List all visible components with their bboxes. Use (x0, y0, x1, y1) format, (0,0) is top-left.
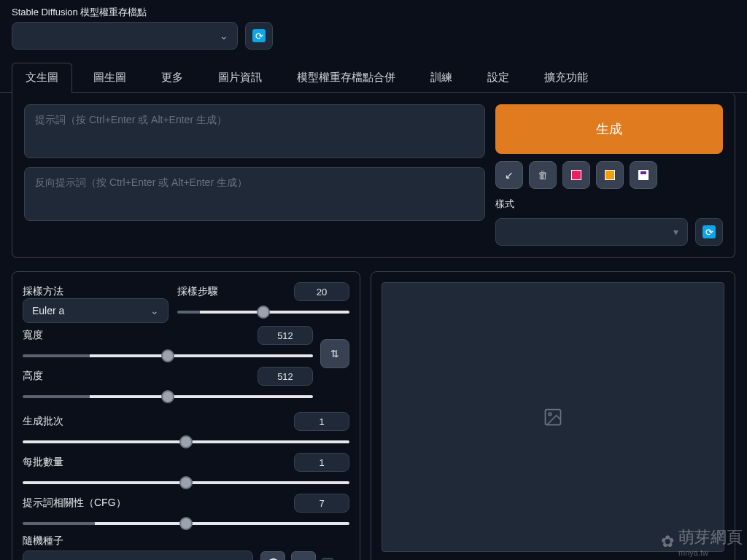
arrow-button[interactable]: ↙ (495, 161, 523, 189)
watermark-icon: ✿ (661, 532, 674, 551)
height-value[interactable]: 512 (258, 367, 313, 386)
svg-point-1 (549, 413, 551, 416)
output-card: 📁 儲存 Zip >> 圖生圖 >> 局部重 (371, 271, 735, 560)
height-label: 高度 (23, 370, 43, 383)
sampler-value: Euler a (32, 305, 64, 316)
style-label: 樣式 (495, 198, 723, 211)
txt2img-panel: 提示詞（按 Ctrl+Enter 或 Alt+Enter 生成） 反向提示詞（按… (12, 93, 735, 258)
batch-size-value[interactable]: 1 (294, 453, 349, 472)
refresh-icon: ⟳ (703, 225, 716, 238)
width-slider[interactable] (23, 354, 313, 357)
arrow-icon: ↙ (505, 169, 514, 181)
cfg-label: 提示詞相關性（CFG） (23, 497, 126, 510)
batch-size-label: 每批數量 (23, 456, 63, 469)
sampler-dropdown[interactable]: Euler a ⌄ (23, 298, 169, 323)
style-apply-button[interactable] (562, 161, 590, 189)
batch-count-label: 生成批次 (23, 415, 63, 428)
chevron-down-icon: ⌄ (150, 305, 159, 316)
main-tabs: 文生圖 圖生圖 更多 圖片資訊 模型權重存檔點合併 訓練 設定 擴充功能 (0, 63, 747, 93)
generate-button[interactable]: 生成 (495, 104, 723, 154)
height-slider[interactable] (23, 395, 313, 398)
batch-count-value[interactable]: 1 (294, 412, 349, 431)
sampler-label: 採樣方法 (23, 285, 169, 298)
image-placeholder-icon (543, 407, 563, 427)
style-dropdown[interactable]: ▾ (495, 218, 688, 246)
steps-slider[interactable] (177, 311, 349, 314)
floppy-icon (638, 170, 649, 180)
clipboard-button[interactable] (596, 161, 624, 189)
batch-count-slider[interactable] (23, 440, 349, 443)
trash-icon: 🗑 (538, 169, 548, 181)
swap-icon: ⇅ (330, 348, 339, 359)
refresh-icon: ⟳ (252, 29, 266, 42)
tab-txt2img[interactable]: 文生圖 (12, 63, 72, 92)
tab-img2img[interactable]: 圖生圖 (80, 63, 140, 92)
seed-input[interactable] (23, 551, 253, 560)
image-preview[interactable] (382, 282, 724, 552)
width-value[interactable]: 512 (258, 326, 313, 345)
prompt-input[interactable]: 提示詞（按 Ctrl+Enter 或 Alt+Enter 生成） (24, 104, 485, 158)
clear-button[interactable]: 🗑 (529, 161, 557, 189)
cfg-value[interactable]: 7 (294, 494, 349, 513)
negative-prompt-input[interactable]: 反向提示詞（按 Ctrl+Enter 或 Alt+Enter 生成） (24, 167, 485, 221)
tab-extensions[interactable]: 擴充功能 (530, 63, 602, 92)
pink-square-icon (571, 170, 581, 180)
watermark-sub: mnya.tw (678, 548, 743, 557)
checkpoint-label: Stable Diffusion 模型權重存檔點 (12, 6, 735, 19)
clipboard-icon (605, 170, 615, 180)
watermark-text: 萌芽網頁 (678, 528, 743, 546)
steps-label: 採樣步驟 (177, 285, 218, 298)
caret-down-icon: ▾ (673, 226, 678, 238)
watermark: ✿ 萌芽網頁 mnya.tw (661, 526, 743, 557)
params-card: 採樣方法 Euler a ⌄ 採樣步驟 20 寬度 512 (12, 271, 360, 560)
tab-settings[interactable]: 設定 (473, 63, 523, 92)
save-style-button[interactable] (630, 161, 657, 189)
tab-checkpoint-merge[interactable]: 模型權重存檔點合併 (283, 63, 409, 92)
batch-size-slider[interactable] (23, 481, 349, 484)
seed-label: 隨機種子 (23, 534, 63, 546)
swap-dimensions-button[interactable]: ⇅ (320, 339, 349, 368)
steps-value[interactable]: 20 (294, 282, 349, 301)
refresh-checkpoint-button[interactable]: ⟳ (245, 22, 273, 50)
width-label: 寬度 (23, 329, 43, 342)
random-seed-button[interactable]: 🎲 (260, 551, 285, 560)
tab-extras[interactable]: 更多 (147, 63, 197, 92)
reuse-seed-button[interactable]: ♻ (291, 551, 316, 560)
refresh-style-button[interactable]: ⟳ (695, 218, 723, 246)
checkpoint-dropdown[interactable]: ⌄ (12, 22, 238, 50)
cfg-slider[interactable] (23, 522, 349, 525)
tab-pnginfo[interactable]: 圖片資訊 (204, 63, 276, 92)
chevron-down-icon: ⌄ (220, 30, 228, 42)
tab-train[interactable]: 訓練 (417, 63, 466, 92)
